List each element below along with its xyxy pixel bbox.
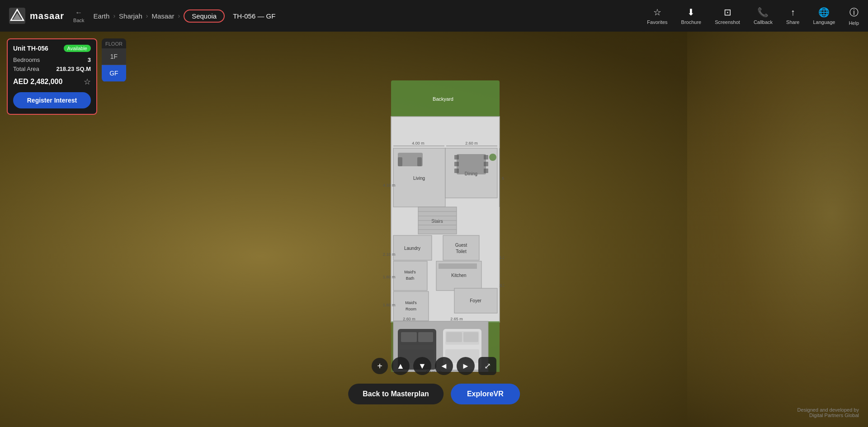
svg-text:5.50 m: 5.50 m [502, 176, 504, 181]
svg-text:4.10 m: 4.10 m [383, 183, 396, 188]
svg-text:Guest: Guest [455, 243, 467, 248]
expand-button[interactable]: ⤢ [478, 357, 496, 375]
breadcrumb: Earth › Sharjah › Masaar › Sequoia TH-05… [94, 9, 647, 23]
unit-panel: Unit TH-056 Available Bedrooms 3 Total A… [7, 38, 97, 115]
svg-rect-18 [484, 162, 488, 166]
favorite-star-icon[interactable]: ☆ [84, 77, 91, 87]
svg-text:Stairs: Stairs [431, 219, 443, 224]
svg-text:Maid's: Maid's [405, 300, 417, 305]
footer-credit: Designed and developed by Digital Partne… [797, 407, 859, 418]
help-label: Help [849, 20, 859, 26]
breadcrumb-sequoia[interactable]: Sequoia [184, 9, 225, 23]
unit-title: TH-056 — GF [233, 12, 275, 20]
bedrooms-row: Bedrooms 3 [13, 56, 91, 63]
area-label: Total Area [13, 66, 39, 72]
register-interest-button[interactable]: Register Interest [13, 92, 91, 108]
bedrooms-value: 3 [88, 56, 91, 63]
pan-down-button[interactable]: ▼ [413, 357, 431, 375]
unit-price-row: AED 2,482,000 ☆ [13, 77, 91, 87]
svg-text:Bath: Bath [406, 276, 415, 281]
bottom-actions: Back to Masterplan ExploreVR [348, 384, 520, 404]
screenshot-action[interactable]: ⊡ Screenshot [715, 7, 740, 25]
breadcrumb-sharjah[interactable]: Sharjah [119, 12, 142, 20]
help-icon: ⓘ [849, 6, 859, 19]
logo-area[interactable]: masaar [9, 8, 64, 24]
language-label: Language [813, 19, 835, 25]
back-label: Back [73, 18, 84, 23]
pan-up-button[interactable]: ▲ [392, 357, 410, 375]
floor-1f-button[interactable]: 1F [102, 48, 126, 65]
svg-rect-14 [454, 155, 459, 160]
svg-text:2.60 m: 2.60 m [465, 141, 478, 145]
callback-label: Callback [754, 19, 773, 25]
svg-text:Foyer: Foyer [470, 298, 481, 303]
breadcrumb-earth[interactable]: Earth [94, 12, 110, 20]
share-label: Share [786, 19, 799, 25]
floor-selector: FLOOR 1F GF [102, 38, 126, 82]
svg-text:2.10 m: 2.10 m [383, 252, 396, 257]
favorites-label: Favorites [647, 19, 667, 25]
svg-rect-15 [454, 162, 459, 166]
svg-rect-19 [484, 169, 488, 173]
svg-text:Laundry: Laundry [404, 246, 420, 251]
screenshot-label: Screenshot [715, 19, 740, 25]
logo-icon [9, 8, 25, 24]
share-action[interactable]: ↑ Share [786, 7, 799, 25]
header: masaar ← Back Earth › Sharjah › Masaar ›… [0, 0, 868, 32]
favorites-action[interactable]: ☆ Favorites [647, 7, 667, 25]
svg-rect-58 [463, 332, 478, 342]
svg-text:2.60 m: 2.60 m [403, 317, 415, 321]
svg-rect-16 [454, 169, 459, 173]
unit-id: Unit TH-056 [13, 45, 48, 52]
svg-rect-52 [401, 332, 417, 342]
language-action[interactable]: 🌐 Language [813, 7, 835, 25]
svg-text:1.60 m: 1.60 m [383, 275, 396, 279]
floor-gf-button[interactable]: GF [102, 65, 126, 82]
bedrooms-label: Bedrooms [13, 56, 40, 63]
svg-rect-57 [446, 332, 462, 342]
back-to-masterplan-button[interactable]: Back to Masterplan [348, 384, 443, 404]
svg-rect-53 [418, 332, 433, 342]
header-actions: ☆ Favorites ⬇ Brochure ⊡ Screenshot 📞 Ca… [647, 6, 859, 26]
breadcrumb-masaar[interactable]: Masaar [151, 12, 174, 20]
svg-text:4.00 m: 4.00 m [412, 141, 425, 145]
floor-label: FLOOR [102, 38, 126, 48]
footer-line2: Digital Partners Global [797, 413, 859, 418]
language-icon: 🌐 [818, 7, 830, 18]
unit-details: Bedrooms 3 Total Area 218.23 SQ.M [13, 56, 91, 72]
unit-header: Unit TH-056 Available [13, 45, 91, 52]
explorevr-button[interactable]: ExploreVR [451, 384, 520, 404]
breadcrumb-sep-1: › [113, 12, 115, 19]
brochure-icon: ⬇ [687, 7, 695, 18]
back-arrow-icon: ← [75, 9, 82, 17]
svg-text:1.60 m: 1.60 m [383, 303, 396, 307]
svg-text:Backyard: Backyard [433, 96, 453, 102]
callback-action[interactable]: 📞 Callback [754, 7, 773, 25]
svg-text:1.20 m: 1.20 m [500, 255, 504, 260]
pan-left-button[interactable]: ◄ [435, 357, 453, 375]
share-icon: ↑ [791, 7, 795, 18]
unit-price: AED 2,482,000 [13, 78, 62, 86]
callback-icon: 📞 [757, 7, 769, 18]
svg-text:Kitchen: Kitchen [451, 273, 466, 278]
svg-rect-9 [398, 157, 402, 166]
brochure-action[interactable]: ⬇ Brochure [681, 7, 702, 25]
svg-text:Toilet: Toilet [456, 249, 467, 254]
footer-line1: Designed and developed by [797, 407, 859, 413]
svg-point-20 [489, 154, 496, 161]
screenshot-icon: ⊡ [724, 7, 731, 18]
svg-rect-13 [457, 154, 486, 174]
svg-text:3.70 m: 3.70 m [500, 283, 504, 288]
floorplan-svg: Backyard Living Dining [364, 78, 504, 372]
zoom-in-button[interactable]: + [372, 358, 388, 374]
help-action[interactable]: ⓘ Help [849, 6, 859, 26]
pan-right-button[interactable]: ► [457, 357, 475, 375]
unit-status-badge: Available [64, 45, 91, 52]
svg-text:Maid's: Maid's [404, 270, 416, 274]
breadcrumb-sep-2: › [146, 12, 148, 19]
back-button[interactable]: ← Back [73, 9, 84, 23]
svg-text:Room: Room [406, 307, 416, 311]
svg-text:2.65 m: 2.65 m [450, 317, 463, 321]
svg-text:Living: Living [413, 176, 425, 181]
brochure-label: Brochure [681, 19, 702, 25]
